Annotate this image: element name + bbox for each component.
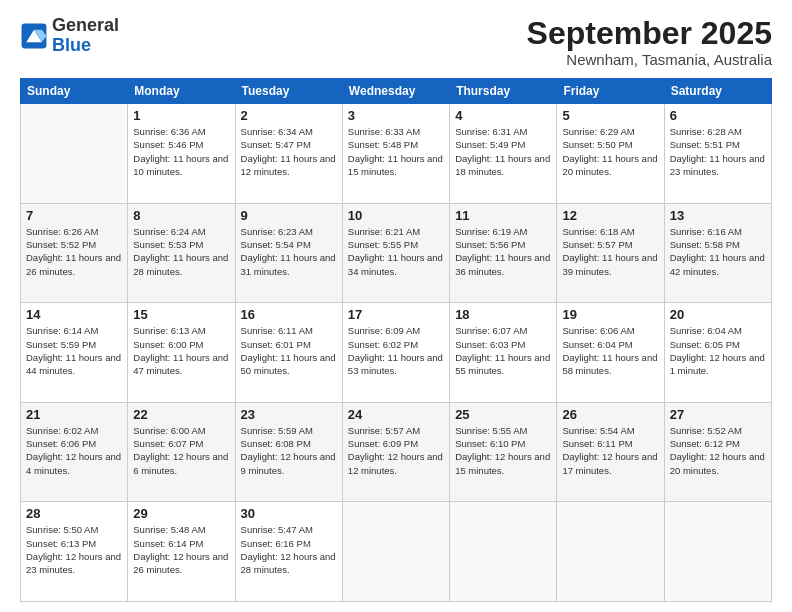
day-number: 27 — [670, 407, 766, 422]
header-monday: Monday — [128, 79, 235, 104]
header-wednesday: Wednesday — [342, 79, 449, 104]
day-number: 9 — [241, 208, 337, 223]
day-number: 2 — [241, 108, 337, 123]
day-number: 22 — [133, 407, 229, 422]
day-number: 24 — [348, 407, 444, 422]
calendar-cell: 7Sunrise: 6:26 AM Sunset: 5:52 PM Daylig… — [21, 203, 128, 303]
calendar-cell: 15Sunrise: 6:13 AM Sunset: 6:00 PM Dayli… — [128, 303, 235, 403]
calendar-cell: 28Sunrise: 5:50 AM Sunset: 6:13 PM Dayli… — [21, 502, 128, 602]
day-info: Sunrise: 6:18 AM Sunset: 5:57 PM Dayligh… — [562, 225, 658, 278]
day-info: Sunrise: 5:54 AM Sunset: 6:11 PM Dayligh… — [562, 424, 658, 477]
calendar-week-row: 1Sunrise: 6:36 AM Sunset: 5:46 PM Daylig… — [21, 104, 772, 204]
calendar-cell: 2Sunrise: 6:34 AM Sunset: 5:47 PM Daylig… — [235, 104, 342, 204]
calendar-cell: 24Sunrise: 5:57 AM Sunset: 6:09 PM Dayli… — [342, 402, 449, 502]
calendar-cell: 29Sunrise: 5:48 AM Sunset: 6:14 PM Dayli… — [128, 502, 235, 602]
header-friday: Friday — [557, 79, 664, 104]
day-number: 18 — [455, 307, 551, 322]
calendar-cell — [21, 104, 128, 204]
day-info: Sunrise: 6:04 AM Sunset: 6:05 PM Dayligh… — [670, 324, 766, 377]
calendar-cell: 18Sunrise: 6:07 AM Sunset: 6:03 PM Dayli… — [450, 303, 557, 403]
day-info: Sunrise: 6:36 AM Sunset: 5:46 PM Dayligh… — [133, 125, 229, 178]
header-sunday: Sunday — [21, 79, 128, 104]
day-info: Sunrise: 6:28 AM Sunset: 5:51 PM Dayligh… — [670, 125, 766, 178]
day-number: 11 — [455, 208, 551, 223]
calendar-cell: 21Sunrise: 6:02 AM Sunset: 6:06 PM Dayli… — [21, 402, 128, 502]
calendar-cell: 14Sunrise: 6:14 AM Sunset: 5:59 PM Dayli… — [21, 303, 128, 403]
calendar-cell: 11Sunrise: 6:19 AM Sunset: 5:56 PM Dayli… — [450, 203, 557, 303]
day-number: 13 — [670, 208, 766, 223]
day-number: 5 — [562, 108, 658, 123]
day-info: Sunrise: 6:07 AM Sunset: 6:03 PM Dayligh… — [455, 324, 551, 377]
day-number: 20 — [670, 307, 766, 322]
logo-icon — [20, 22, 48, 50]
calendar-cell: 25Sunrise: 5:55 AM Sunset: 6:10 PM Dayli… — [450, 402, 557, 502]
day-info: Sunrise: 6:09 AM Sunset: 6:02 PM Dayligh… — [348, 324, 444, 377]
calendar-cell: 4Sunrise: 6:31 AM Sunset: 5:49 PM Daylig… — [450, 104, 557, 204]
calendar-table: Sunday Monday Tuesday Wednesday Thursday… — [20, 78, 772, 602]
day-info: Sunrise: 6:26 AM Sunset: 5:52 PM Dayligh… — [26, 225, 122, 278]
header-tuesday: Tuesday — [235, 79, 342, 104]
day-number: 23 — [241, 407, 337, 422]
day-info: Sunrise: 6:29 AM Sunset: 5:50 PM Dayligh… — [562, 125, 658, 178]
calendar-cell: 23Sunrise: 5:59 AM Sunset: 6:08 PM Dayli… — [235, 402, 342, 502]
day-info: Sunrise: 5:48 AM Sunset: 6:14 PM Dayligh… — [133, 523, 229, 576]
calendar-week-row: 7Sunrise: 6:26 AM Sunset: 5:52 PM Daylig… — [21, 203, 772, 303]
logo-general: General — [52, 15, 119, 35]
month-title: September 2025 — [527, 16, 772, 51]
logo-text: General Blue — [52, 16, 119, 56]
day-info: Sunrise: 6:16 AM Sunset: 5:58 PM Dayligh… — [670, 225, 766, 278]
calendar-cell: 10Sunrise: 6:21 AM Sunset: 5:55 PM Dayli… — [342, 203, 449, 303]
calendar-cell: 13Sunrise: 6:16 AM Sunset: 5:58 PM Dayli… — [664, 203, 771, 303]
day-info: Sunrise: 6:34 AM Sunset: 5:47 PM Dayligh… — [241, 125, 337, 178]
calendar-cell: 27Sunrise: 5:52 AM Sunset: 6:12 PM Dayli… — [664, 402, 771, 502]
calendar-cell: 26Sunrise: 5:54 AM Sunset: 6:11 PM Dayli… — [557, 402, 664, 502]
day-number: 30 — [241, 506, 337, 521]
day-number: 4 — [455, 108, 551, 123]
day-number: 19 — [562, 307, 658, 322]
day-number: 7 — [26, 208, 122, 223]
day-info: Sunrise: 6:31 AM Sunset: 5:49 PM Dayligh… — [455, 125, 551, 178]
header-saturday: Saturday — [664, 79, 771, 104]
day-info: Sunrise: 6:23 AM Sunset: 5:54 PM Dayligh… — [241, 225, 337, 278]
day-number: 26 — [562, 407, 658, 422]
day-number: 6 — [670, 108, 766, 123]
day-info: Sunrise: 6:06 AM Sunset: 6:04 PM Dayligh… — [562, 324, 658, 377]
day-info: Sunrise: 5:50 AM Sunset: 6:13 PM Dayligh… — [26, 523, 122, 576]
calendar-cell — [450, 502, 557, 602]
day-info: Sunrise: 6:24 AM Sunset: 5:53 PM Dayligh… — [133, 225, 229, 278]
calendar-cell: 6Sunrise: 6:28 AM Sunset: 5:51 PM Daylig… — [664, 104, 771, 204]
day-info: Sunrise: 6:19 AM Sunset: 5:56 PM Dayligh… — [455, 225, 551, 278]
day-number: 1 — [133, 108, 229, 123]
day-number: 8 — [133, 208, 229, 223]
day-number: 16 — [241, 307, 337, 322]
weekday-header-row: Sunday Monday Tuesday Wednesday Thursday… — [21, 79, 772, 104]
day-number: 17 — [348, 307, 444, 322]
logo: General Blue — [20, 16, 119, 56]
day-number: 29 — [133, 506, 229, 521]
header-thursday: Thursday — [450, 79, 557, 104]
day-info: Sunrise: 6:00 AM Sunset: 6:07 PM Dayligh… — [133, 424, 229, 477]
calendar-cell — [664, 502, 771, 602]
calendar-cell: 5Sunrise: 6:29 AM Sunset: 5:50 PM Daylig… — [557, 104, 664, 204]
calendar-cell — [342, 502, 449, 602]
day-number: 15 — [133, 307, 229, 322]
calendar-cell: 30Sunrise: 5:47 AM Sunset: 6:16 PM Dayli… — [235, 502, 342, 602]
day-number: 28 — [26, 506, 122, 521]
day-number: 14 — [26, 307, 122, 322]
day-info: Sunrise: 6:13 AM Sunset: 6:00 PM Dayligh… — [133, 324, 229, 377]
calendar-cell: 20Sunrise: 6:04 AM Sunset: 6:05 PM Dayli… — [664, 303, 771, 403]
day-info: Sunrise: 6:02 AM Sunset: 6:06 PM Dayligh… — [26, 424, 122, 477]
calendar-cell: 12Sunrise: 6:18 AM Sunset: 5:57 PM Dayli… — [557, 203, 664, 303]
calendar-cell: 16Sunrise: 6:11 AM Sunset: 6:01 PM Dayli… — [235, 303, 342, 403]
page: General Blue September 2025 Newnham, Tas… — [0, 0, 792, 612]
calendar-cell: 3Sunrise: 6:33 AM Sunset: 5:48 PM Daylig… — [342, 104, 449, 204]
day-number: 3 — [348, 108, 444, 123]
calendar-week-row: 21Sunrise: 6:02 AM Sunset: 6:06 PM Dayli… — [21, 402, 772, 502]
calendar-cell: 8Sunrise: 6:24 AM Sunset: 5:53 PM Daylig… — [128, 203, 235, 303]
calendar-cell: 17Sunrise: 6:09 AM Sunset: 6:02 PM Dayli… — [342, 303, 449, 403]
calendar-cell: 1Sunrise: 6:36 AM Sunset: 5:46 PM Daylig… — [128, 104, 235, 204]
day-info: Sunrise: 5:52 AM Sunset: 6:12 PM Dayligh… — [670, 424, 766, 477]
day-info: Sunrise: 5:55 AM Sunset: 6:10 PM Dayligh… — [455, 424, 551, 477]
calendar-cell — [557, 502, 664, 602]
calendar-week-row: 28Sunrise: 5:50 AM Sunset: 6:13 PM Dayli… — [21, 502, 772, 602]
